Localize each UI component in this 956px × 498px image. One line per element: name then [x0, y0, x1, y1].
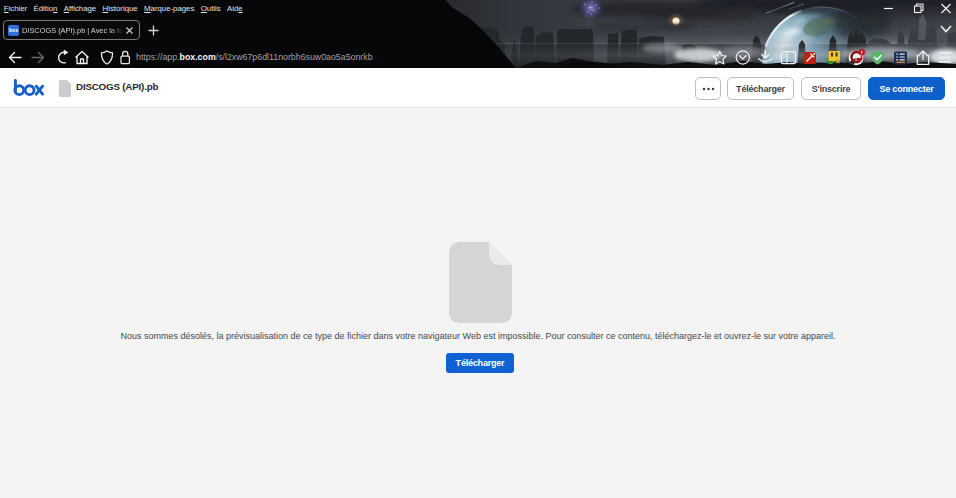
svg-text:box: box	[9, 27, 18, 33]
